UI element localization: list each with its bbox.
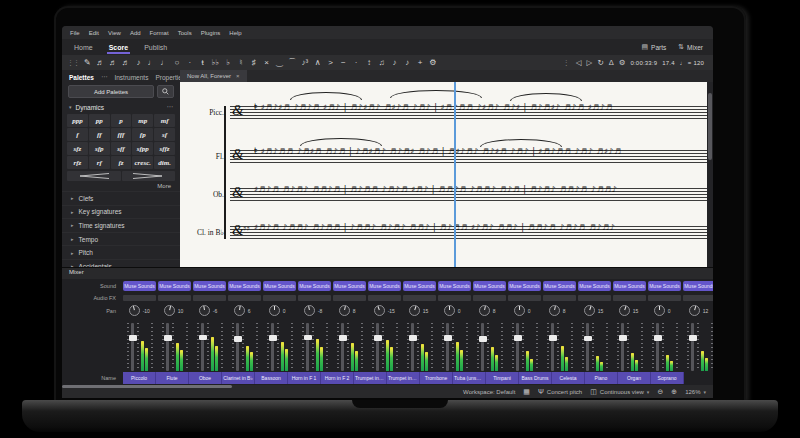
muse-sounds-button[interactable]: Muse Sounds [473,281,506,291]
audiofx-slot[interactable] [473,295,506,301]
mixer-horizontal-scrollbar[interactable] [62,385,232,388]
tie-icon[interactable]: ‿ [273,55,286,70]
dynamic-p[interactable]: p [111,114,132,127]
muse-sounds-button[interactable]: Muse Sounds [683,281,713,291]
volume-fader[interactable] [656,323,659,371]
audiofx-slot[interactable] [683,295,713,301]
add-icon[interactable]: + [414,55,427,70]
play-icon[interactable]: ▷ [587,58,593,67]
add-palettes-button[interactable]: Add Palettes [68,85,154,98]
muse-sounds-button[interactable]: Muse Sounds [123,281,156,291]
staccato-icon[interactable]: · [350,55,363,70]
score-tab[interactable]: Now All, Forever × [180,70,247,82]
augmentation-dot-icon[interactable]: · [183,55,196,70]
menu-item-format[interactable]: Format [150,30,169,36]
accent-icon[interactable]: > [324,55,337,70]
muse-sounds-button[interactable]: Muse Sounds [263,281,296,291]
fader-handle[interactable] [374,335,382,341]
muse-sounds-button[interactable]: Muse Sounds [648,281,681,291]
muse-sounds-button[interactable]: Muse Sounds [543,281,576,291]
audiofx-slot[interactable] [543,295,576,301]
natural-icon[interactable]: ♮ [235,55,248,70]
mixer-button[interactable]: ⇅ Mixer [678,43,703,51]
volume-fader[interactable] [481,323,484,371]
volume-fader[interactable] [341,323,344,371]
zoom-level-dropdown[interactable]: 126% ▾ [685,389,706,395]
volume-fader[interactable] [306,323,309,371]
muse-sounds-button[interactable]: Muse Sounds [578,281,611,291]
fader-handle[interactable] [409,335,417,341]
note-eighth-icon[interactable]: ♪ [132,55,145,70]
dynamic-ppp[interactable]: ppp [67,114,88,127]
dynamic-sf[interactable]: sf [154,128,175,141]
dynamic-fz[interactable]: fz [111,156,132,169]
dynamic-cresc[interactable]: cresc. [132,156,153,169]
dynamic-sfz[interactable]: sfz [67,142,88,155]
score-vertical-scrollbar[interactable] [707,82,713,267]
tab-publish[interactable]: Publish [142,40,169,54]
fader-handle[interactable] [304,335,312,341]
audiofx-slot[interactable] [508,295,541,301]
double-flat-icon[interactable]: ♭♭ [209,55,222,70]
menu-item-tools[interactable]: Tools [178,30,192,36]
volume-fader[interactable] [201,323,204,371]
dynamic-sfp[interactable]: sfp [89,142,110,155]
volume-fader[interactable] [376,323,379,371]
double-sharp-icon[interactable]: × [260,55,273,70]
muse-sounds-button[interactable]: Muse Sounds [193,281,226,291]
audiofx-slot[interactable] [578,295,611,301]
volume-fader[interactable] [166,323,169,371]
menu-item-edit[interactable]: Edit [89,30,99,36]
volume-fader[interactable] [586,323,589,371]
pan-knob[interactable] [234,305,245,316]
tuplet-icon[interactable]: ♪³ [299,55,312,70]
marcato-icon[interactable]: ∧ [311,55,324,70]
dynamic-rf[interactable]: rf [89,156,110,169]
scrollbar-thumb[interactable] [708,93,712,160]
palette-item-clefs[interactable]: ▸Clefs [62,192,180,206]
pan-knob[interactable] [339,305,350,316]
rest-icon[interactable]: ŧ [196,55,209,70]
grace-note-slash-icon[interactable]: ♪ [401,55,414,70]
metronome-icon[interactable]: Δ [609,58,614,67]
score-canvas[interactable]: Picc.&ŧ ♯♬♪♯♬ ♪♬♪♬ ♯♬♪ | ♬♪♯♬♪ ♬♯♪♬ ♪♬♪ … [180,82,707,267]
pan-knob[interactable] [514,305,525,316]
panel-tab-instruments[interactable]: Instruments [114,74,148,81]
loop-icon[interactable]: ↻ [597,58,603,67]
dynamic-mp[interactable]: mp [132,114,153,127]
volume-fader[interactable] [551,323,554,371]
pan-knob[interactable] [619,305,630,316]
fader-handle[interactable] [584,336,592,342]
volume-fader[interactable] [691,323,694,371]
audiofx-slot[interactable] [648,295,681,301]
dynamic-pp[interactable]: pp [89,114,110,127]
fader-handle[interactable] [479,336,487,342]
pan-knob[interactable] [549,305,560,316]
dynamic-fp[interactable]: fp [132,128,153,141]
audiofx-slot[interactable] [123,295,156,301]
muse-sounds-button[interactable]: Muse Sounds [438,281,471,291]
audiofx-slot[interactable] [298,295,331,301]
tab-score[interactable]: Score [107,40,130,54]
pan-knob[interactable] [164,305,175,316]
volume-fader[interactable] [236,323,239,371]
note-32nd-icon[interactable]: ♬ [107,55,120,70]
fader-handle[interactable] [269,335,277,341]
audiofx-slot[interactable] [333,295,366,301]
audiofx-slot[interactable] [368,295,401,301]
muse-sounds-button[interactable]: Muse Sounds [508,281,541,291]
note-64th-icon[interactable]: ♬ [94,55,107,70]
toolbar-drag-handle[interactable]: ⋮⋮ [67,59,79,67]
close-icon[interactable]: × [236,73,240,79]
panel-tab-palettes[interactable]: Palettes [69,74,94,81]
fader-handle[interactable] [689,335,697,341]
dynamics-menu-icon[interactable]: ⋯ [167,103,174,111]
pan-knob[interactable] [199,305,210,316]
menu-item-plugins[interactable]: Plugins [201,30,221,36]
dynamic-fff[interactable]: fff [111,128,132,141]
audiofx-slot[interactable] [403,295,436,301]
note-quarter-icon[interactable]: ♩ [145,55,158,70]
dynamics-section-header[interactable]: ▾ Dynamics ⋯ [62,101,180,113]
fader-handle[interactable] [444,335,452,341]
beam-icon[interactable]: ♫ [375,55,388,70]
